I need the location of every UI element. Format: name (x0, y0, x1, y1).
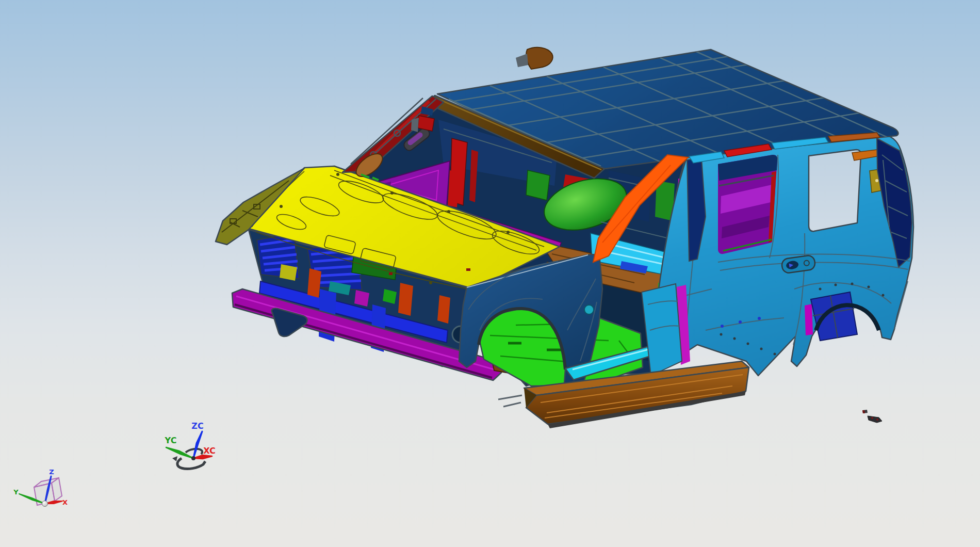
cad-viewport[interactable]: ZC YC XC Z Y X (0, 0, 980, 547)
wcs-y-label: YC (165, 436, 177, 445)
datum-x-label: X (62, 498, 68, 506)
rear-door-window-interior (718, 155, 777, 254)
wcs-x-axis[interactable] (193, 455, 212, 459)
roof-bracket (526, 47, 553, 69)
datum-z-label: Z (49, 468, 54, 476)
wcs-z-label: ZC (191, 421, 203, 431)
datum-csys[interactable]: Z Y X (13, 468, 68, 507)
datum-y-label: Y (13, 488, 19, 496)
car-body-model[interactable] (216, 47, 959, 428)
wcs-z-axis[interactable] (193, 431, 202, 458)
floating-bracket-parts[interactable] (862, 410, 882, 423)
body-side-panel[interactable] (642, 133, 913, 376)
wcs-x-label: XC (203, 446, 216, 456)
wcs-y-axis[interactable] (166, 447, 193, 458)
wcs-triad[interactable]: ZC YC XC (165, 421, 216, 469)
